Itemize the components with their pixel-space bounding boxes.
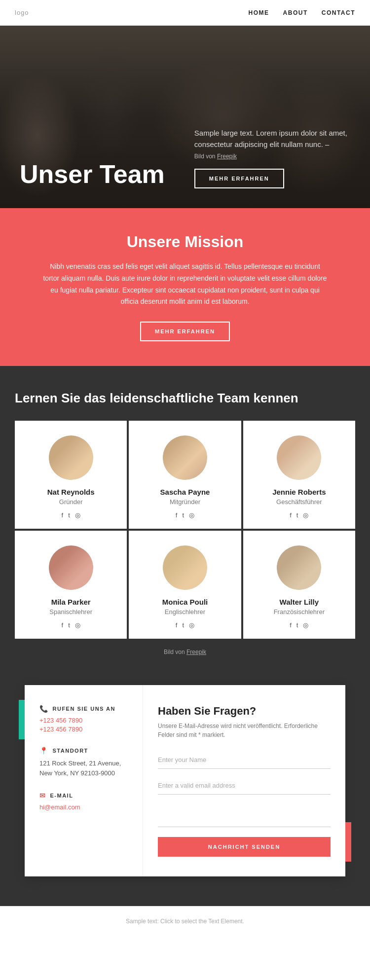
social-icons: ft◎ [176,511,194,519]
team-member-name: Mila Parker [51,598,91,606]
team-card: Walter LillyFranzösischlehrerft◎ [243,531,355,639]
instagram-icon[interactable]: ◎ [75,621,80,629]
instagram-icon[interactable]: ◎ [303,511,308,519]
hero-content: Unser Team Sample large text. Lorem ipsu… [0,128,370,208]
facebook-icon[interactable]: f [176,511,178,519]
mission-body: Nibh venenatis cras sed felis eget velit… [42,261,328,308]
team-member-role: Mitgründer [170,498,200,506]
social-icons: ft◎ [176,621,194,629]
email-link[interactable]: hi@email.com [39,803,128,811]
hero-cta-button[interactable]: MEHR ERFAHREN [194,169,284,188]
social-icons: ft◎ [290,621,308,629]
team-credit-link[interactable]: Freepik [186,649,206,655]
contact-box: 📞 RUFEN SIE UNS AN +123 456 7890 +123 45… [25,685,345,876]
facebook-icon[interactable]: f [290,621,292,629]
hero-description: Sample large text. Lorem ipsum dolor sit… [194,128,350,150]
team-card: Monica PouliEnglischlehrerft◎ [129,531,241,639]
instagram-icon[interactable]: ◎ [303,621,308,629]
hero-credit: Bild von Freepik [194,153,350,160]
hero-right: Sample large text. Lorem ipsum dolor sit… [194,128,350,188]
avatar [163,436,207,480]
twitter-icon[interactable]: t [182,621,184,629]
location-icon: 📍 [39,747,49,755]
contact-form-title: Haben Sie Fragen? [158,705,331,718]
instagram-icon[interactable]: ◎ [189,511,194,519]
logo: logo [15,9,29,16]
team-card: Jennie RobertsGeschäftsführerft◎ [243,421,355,529]
navbar: logo HOME ABOUT CONTACT [0,0,370,26]
team-member-name: Jennie Roberts [272,488,326,496]
avatar [277,436,321,480]
contact-left-accent [19,700,25,739]
team-section: Lernen Sie das leidenschaftliche Team ke… [0,366,370,675]
nav-home[interactable]: HOME [249,9,269,16]
phone1-link[interactable]: +123 456 7890 [39,717,128,724]
hero-credit-link[interactable]: Freepik [217,153,237,160]
footer-text: Sample text: Click to select the Text El… [126,918,244,925]
location-label: STANDORT [53,748,88,754]
social-icons: ft◎ [62,511,80,519]
email-input[interactable] [158,777,331,795]
social-icons: ft◎ [290,511,308,519]
phone-label: RUFEN SIE UNS AN [53,706,116,712]
twitter-icon[interactable]: t [182,511,184,519]
avatar [49,545,93,590]
team-card: Mila ParkerSpanischlehrerft◎ [15,531,127,639]
nav-contact[interactable]: CONTACT [322,9,355,16]
avatar [49,436,93,480]
team-member-role: Gründer [59,498,83,506]
email-icon: ✉ [39,792,46,799]
name-input[interactable] [158,751,331,769]
message-input[interactable] [158,802,331,827]
team-member-role: Spanischlehrer [49,608,92,616]
contact-right-accent [345,822,351,862]
nav-about[interactable]: ABOUT [283,9,308,16]
team-grid: Nat ReynoldsGründerft◎Sascha PayneMitgrü… [15,421,355,639]
contact-section: 📞 RUFEN SIE UNS AN +123 456 7890 +123 45… [0,675,370,906]
mission-cta-button[interactable]: MEHR ERFAHREN [140,322,230,341]
twitter-icon[interactable]: t [68,621,70,629]
nav-links: HOME ABOUT CONTACT [249,9,355,16]
team-member-role: Geschäftsführer [276,498,322,506]
contact-phone-block: 📞 RUFEN SIE UNS AN +123 456 7890 +123 45… [39,705,128,733]
contact-info: 📞 RUFEN SIE UNS AN +123 456 7890 +123 45… [25,685,143,876]
team-card: Sascha PayneMitgründerft◎ [129,421,241,529]
avatar [277,545,321,590]
team-member-name: Sascha Payne [160,488,210,496]
instagram-icon[interactable]: ◎ [75,511,80,519]
twitter-icon[interactable]: t [296,511,298,519]
team-card: Nat ReynoldsGründerft◎ [15,421,127,529]
contact-location-block: 📍 STANDORT 121 Rock Street, 21 Avenue, N… [39,747,128,778]
facebook-icon[interactable]: f [176,621,178,629]
address-text: 121 Rock Street, 21 Avenue, New York, NY… [39,759,128,778]
mission-title: Unsere Mission [39,233,331,251]
mission-section: Unsere Mission Nibh venenatis cras sed f… [0,208,370,366]
contact-form-side: Haben Sie Fragen? Unsere E-Mail-Adresse … [143,685,345,876]
avatar [163,545,207,590]
hero-section: Unser Team Sample large text. Lorem ipsu… [0,26,370,208]
twitter-icon[interactable]: t [68,511,70,519]
facebook-icon[interactable]: f [62,511,64,519]
contact-form-subtitle: Unsere E-Mail-Adresse wird nicht veröffe… [158,722,331,739]
facebook-icon[interactable]: f [62,621,64,629]
team-member-name: Nat Reynolds [47,488,95,496]
team-member-name: Monica Pouli [162,598,208,606]
instagram-icon[interactable]: ◎ [189,621,194,629]
team-member-name: Walter Lilly [280,598,319,606]
contact-email-block: ✉ E-MAIL hi@email.com [39,792,128,811]
twitter-icon[interactable]: t [296,621,298,629]
team-section-title: Lernen Sie das leidenschaftliche Team ke… [15,391,355,406]
facebook-icon[interactable]: f [290,511,292,519]
submit-button[interactable]: NACHRICHT SENDEN [158,837,331,857]
team-credit: Bild von Freepik [15,639,355,660]
hero-title: Unser Team [20,160,165,188]
team-member-role: Französischlehrer [274,608,325,616]
phone2-link[interactable]: +123 456 7890 [39,726,128,733]
email-label: E-MAIL [50,793,74,799]
team-member-role: Englischlehrer [165,608,205,616]
footer: Sample text: Click to select the Text El… [0,906,370,935]
social-icons: ft◎ [62,621,80,629]
phone-icon: 📞 [39,705,49,713]
